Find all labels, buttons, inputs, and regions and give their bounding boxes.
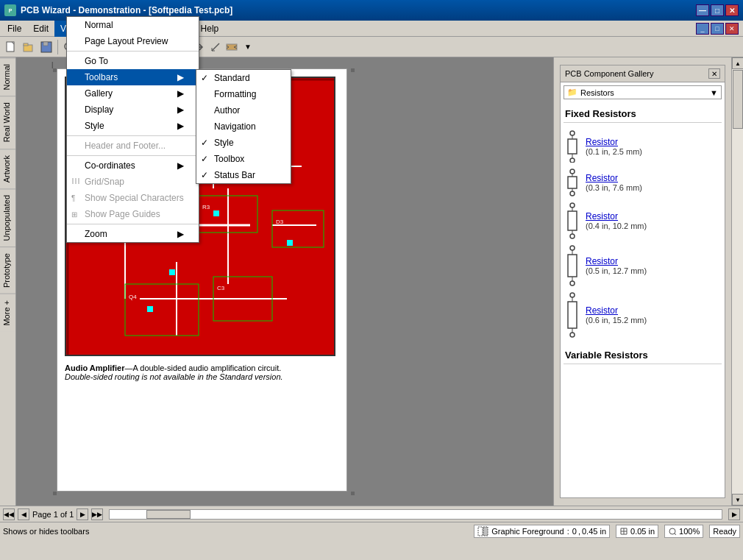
submenu-formatting[interactable]: Formatting [196, 86, 291, 102]
svg-rect-37 [169, 269, 175, 275]
coord-label: Graphic Foreground [491, 527, 564, 536]
resistor-size-5: (0.6 in, 15.2 mm) [586, 316, 647, 325]
close-button[interactable]: ✕ [725, 4, 739, 16]
menu-display[interactable]: Display ▶ [67, 102, 199, 118]
list-item[interactable]: Resistor(0.5 in, 12.7 mm) [564, 242, 722, 289]
svg-point-76 [570, 281, 575, 286]
sidebar-tab-artwork[interactable]: Artwork [0, 149, 15, 188]
resistor-size-1: (0.1 in, 2.5 mm) [586, 147, 642, 156]
menu-toolbars[interactable]: Toolbars ▶ ✓ Standard Formatting Author … [67, 69, 199, 85]
resistor-link-2[interactable]: Resistor [586, 173, 642, 183]
coord-x: 0 [572, 527, 577, 536]
caption-text2: Double-sided routing is not available in… [65, 372, 283, 381]
resistor-link-4[interactable]: Resistor [586, 256, 647, 266]
menu-page-layout-preview[interactable]: Page Layout Preview [67, 33, 199, 49]
svg-rect-6 [43, 42, 48, 46]
list-item[interactable]: Resistor(0.3 in, 7.6 mm) [564, 166, 722, 199]
menu-special-chars: ¶ Show Special Characters [67, 190, 199, 206]
svg-rect-45 [272, 210, 324, 247]
measure-button[interactable] [207, 39, 224, 55]
menu-gallery[interactable]: Gallery ▶ [67, 85, 199, 102]
menu-separator-1 [67, 51, 199, 52]
svg-text:C3: C3 [217, 285, 225, 291]
sidebar-tab-more[interactable]: More + [0, 294, 15, 332]
style-arrow: ▶ [177, 121, 184, 131]
menu-header-footer: Header and Footer... [67, 138, 199, 154]
inner-minimize-button[interactable]: _ [696, 23, 709, 35]
minimize-button[interactable]: — [696, 4, 709, 16]
first-page-button[interactable]: ◀◀ [3, 508, 15, 520]
list-item[interactable]: Resistor(0.4 in, 10.2 mm) [564, 199, 722, 242]
submenu-toolbox[interactable]: ✓ Toolbox [196, 151, 291, 167]
main-scroll-thumb[interactable] [733, 70, 743, 129]
submenu-statusbar[interactable]: ✓ Status Bar [196, 167, 291, 183]
resistor-size-4: (0.5 in, 12.7 mm) [586, 266, 647, 275]
menu-file[interactable]: File [1, 21, 27, 37]
corner-mark-tl [53, 68, 57, 72]
menu-separator-2 [67, 135, 199, 136]
menu-goto[interactable]: Go To [67, 53, 199, 69]
menu-edit[interactable]: Edit [27, 21, 54, 37]
main-scroll-up-button[interactable]: ▲ [732, 57, 743, 69]
new-button[interactable] [3, 39, 19, 55]
sidebar-tab-unpopulated[interactable]: Unpopulated [0, 188, 15, 247]
maximize-button[interactable]: □ [711, 4, 724, 16]
status-ready: Ready [713, 527, 736, 536]
sidebar-tab-normal[interactable]: Normal [0, 57, 15, 96]
grid-section: 0.05 in [616, 525, 658, 538]
zoom-section: 100% [664, 525, 703, 538]
menu-coordinates[interactable]: Co-ordinates ▶ [67, 157, 199, 174]
svg-point-67 [570, 203, 575, 208]
open-button[interactable] [21, 39, 37, 55]
resistor-link-3[interactable]: Resistor [586, 211, 647, 221]
last-page-button[interactable]: ▶▶ [91, 508, 103, 520]
svg-line-14 [212, 43, 219, 51]
h-scroll-thumb[interactable] [146, 510, 191, 519]
prev-page-button[interactable]: ◀ [18, 508, 29, 520]
submenu-standard[interactable]: ✓ Standard [196, 70, 291, 86]
menu-normal[interactable]: Normal [67, 17, 199, 33]
menu-style[interactable]: Style ▶ [67, 118, 199, 134]
gallery-close-button[interactable]: ✕ [708, 68, 720, 79]
sidebar-tab-realworld[interactable]: Real World [0, 96, 15, 148]
corner-mark-bl [53, 492, 57, 495]
menu-gridsnap: Grid/Snap [67, 174, 199, 190]
resistor-link-1[interactable]: Resistor [586, 137, 642, 147]
corner-mark-tr [351, 68, 355, 72]
inner-maximize-button[interactable]: □ [711, 23, 724, 35]
left-ruler: | [51, 61, 53, 68]
submenu-author[interactable]: Author [196, 102, 291, 118]
inner-close-button[interactable]: ✕ [725, 23, 739, 35]
save-button[interactable] [38, 39, 54, 55]
main-scroll-track [732, 69, 743, 494]
svg-rect-38 [287, 240, 293, 246]
standard-check: ✓ [201, 73, 208, 83]
component-button[interactable] [225, 39, 241, 55]
caption-text1: A double-sided audio amplification circu… [132, 364, 281, 372]
status-left-text: Shows or hides toolbars [3, 527, 468, 536]
svg-point-62 [570, 169, 575, 174]
left-sidebar: Normal Real World Artwork Unpopulated Pr… [0, 57, 16, 506]
menu-zoom[interactable]: Zoom ▶ [67, 226, 199, 242]
dropdown-arrow-icon: ▼ [710, 88, 718, 97]
coord-comma: , [578, 527, 580, 536]
submenu-style[interactable]: ✓ Style [196, 135, 291, 151]
svg-point-57 [570, 131, 575, 135]
next-page-button[interactable]: ▶ [77, 508, 88, 520]
sidebar-tab-prototype[interactable]: Prototype [0, 247, 15, 294]
caption-bold: Audio Amplifier [65, 364, 124, 372]
svg-point-77 [570, 293, 575, 297]
gallery-dropdown[interactable]: 📁 Resistors ▼ [564, 85, 722, 99]
list-item[interactable]: Resistor(0.1 in, 2.5 mm) [564, 127, 722, 166]
svg-text:P: P [9, 8, 13, 13]
coordinates-arrow: ▶ [177, 160, 184, 171]
main-scroll-down-button[interactable]: ▼ [732, 494, 743, 506]
svg-text:R3: R3 [202, 204, 210, 210]
list-item[interactable]: Resistor(0.6 in, 15.2 mm) [564, 289, 722, 341]
h-scroll-right-button[interactable]: ▶ [728, 508, 740, 520]
svg-text:D3: D3 [276, 219, 284, 225]
dropdown-arrow[interactable]: ▼ [244, 43, 252, 51]
horizontal-scrollbar[interactable] [109, 509, 722, 520]
submenu-navigation[interactable]: Navigation [196, 118, 291, 135]
resistor-link-5[interactable]: Resistor [586, 305, 647, 316]
